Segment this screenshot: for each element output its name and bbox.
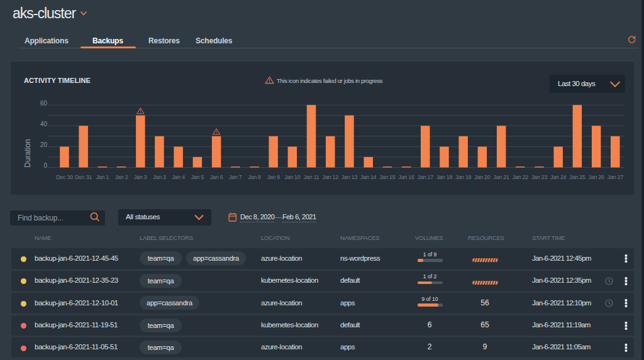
svg-text:Jan 21: Jan 21 [493, 174, 509, 180]
svg-text:Jan 2: Jan 2 [115, 174, 128, 180]
svg-text:Jan 6: Jan 6 [210, 174, 223, 180]
svg-text:60: 60 [40, 100, 48, 107]
svg-text:Jan 26: Jan 26 [588, 174, 604, 180]
svg-text:0: 0 [43, 162, 47, 169]
svg-text:Jan 16: Jan 16 [398, 174, 414, 180]
svg-text:Jan 3: Jan 3 [153, 174, 166, 180]
svg-text:Jan 9: Jan 9 [267, 174, 280, 180]
svg-text:Jan 10: Jan 10 [284, 174, 301, 180]
svg-text:Jan 1: Jan 1 [96, 174, 109, 180]
svg-text:Jan 20: Jan 20 [474, 174, 491, 180]
svg-text:Jan 5: Jan 5 [191, 174, 204, 180]
svg-text:Dec 30: Dec 30 [56, 174, 73, 180]
svg-text:Jan 18: Jan 18 [436, 174, 453, 180]
svg-text:Jan 4: Jan 4 [172, 174, 185, 180]
svg-text:Jan 14: Jan 14 [360, 174, 377, 180]
svg-text:Jan 27: Jan 27 [608, 174, 624, 180]
svg-text:Jan 11: Jan 11 [304, 174, 319, 180]
svg-text:Jan 24: Jan 24 [550, 174, 567, 180]
svg-text:Jan 13: Jan 13 [341, 174, 358, 180]
svg-text:Jan 8: Jan 8 [248, 174, 261, 180]
svg-text:Jan 3: Jan 3 [134, 174, 147, 180]
svg-text:Jan 15: Jan 15 [379, 174, 396, 180]
svg-text:Jan 7: Jan 7 [229, 174, 242, 180]
svg-text:Dec 31: Dec 31 [75, 174, 92, 180]
svg-text:Jan 19: Jan 19 [455, 174, 472, 180]
svg-text:Jan 22: Jan 22 [513, 174, 529, 180]
svg-text:Jan 23: Jan 23 [531, 174, 548, 180]
svg-text:Jan 25: Jan 25 [569, 174, 586, 180]
svg-text:40: 40 [40, 121, 48, 128]
svg-text:20: 20 [40, 141, 48, 148]
svg-text:Duration: Duration [23, 139, 32, 167]
svg-text:Jan 17: Jan 17 [418, 174, 434, 180]
svg-text:Jan 12: Jan 12 [323, 174, 339, 180]
